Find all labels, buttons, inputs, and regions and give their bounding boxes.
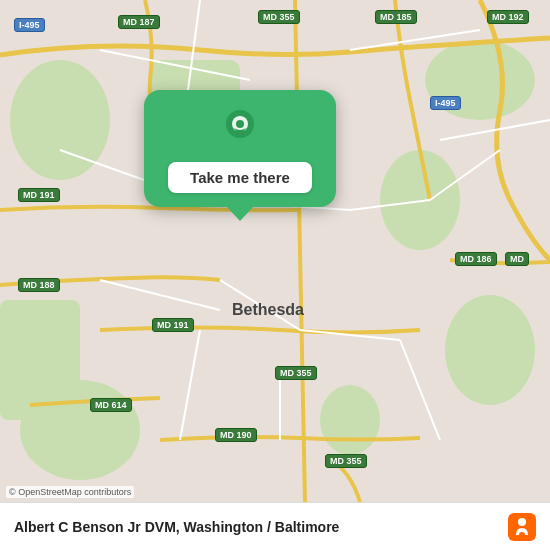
moovit-logo: [508, 513, 536, 541]
shield-md191-lower: MD 191: [152, 318, 194, 332]
popup-bubble: Take me there: [144, 90, 336, 207]
location-pin-icon: [218, 106, 262, 150]
shield-i495-right: I-495: [430, 96, 461, 110]
svg-point-5: [445, 295, 535, 405]
map-container: Bethesda I-495 MD 187 MD 355 MD 185 MD 1…: [0, 0, 550, 550]
shield-i495-topleft: I-495: [14, 18, 45, 32]
svg-point-26: [236, 120, 244, 128]
bethesda-label: Bethesda: [232, 301, 304, 318]
bottom-bar: Albert C Benson Jr DVM, Washington / Bal…: [0, 502, 550, 550]
svg-point-6: [320, 385, 380, 455]
shield-md186: MD 186: [455, 252, 497, 266]
location-title: Albert C Benson Jr DVM, Washington / Bal…: [14, 519, 339, 535]
shield-md185: MD 185: [375, 10, 417, 24]
popup: Take me there: [130, 90, 350, 207]
svg-point-4: [380, 150, 460, 250]
shield-md190: MD 190: [215, 428, 257, 442]
shield-md192: MD 192: [487, 10, 529, 24]
take-me-there-button[interactable]: Take me there: [168, 162, 312, 193]
shield-md355-mid: MD 355: [275, 366, 317, 380]
shield-md355-top: MD 355: [258, 10, 300, 24]
map-svg: Bethesda: [0, 0, 550, 502]
svg-point-29: [519, 532, 525, 538]
svg-point-28: [518, 518, 526, 526]
shield-md188: MD 188: [18, 278, 60, 292]
shield-md187: MD 187: [118, 15, 160, 29]
shield-md355-lower: MD 355: [325, 454, 367, 468]
svg-point-7: [20, 380, 140, 480]
shield-md614: MD 614: [90, 398, 132, 412]
shield-md191-left: MD 191: [18, 188, 60, 202]
moovit-icon: [508, 513, 536, 541]
osm-attribution: © OpenStreetMap contributors: [6, 486, 134, 498]
shield-md-right: MD: [505, 252, 529, 266]
